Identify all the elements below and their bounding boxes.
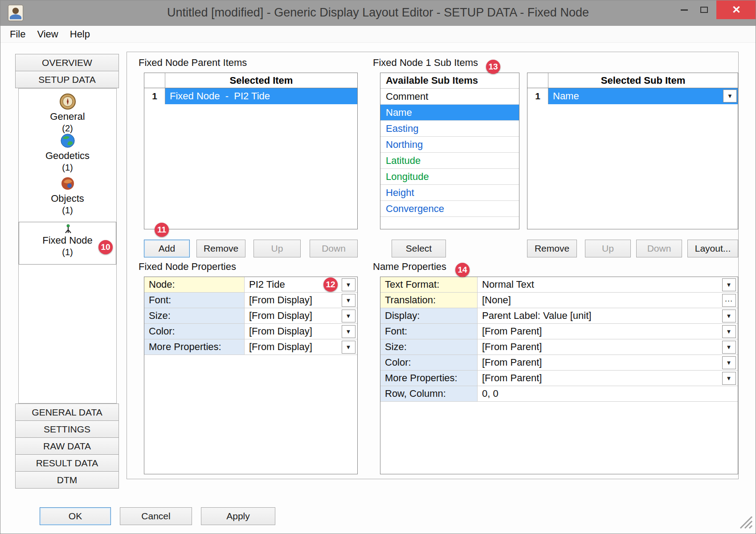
menu-file[interactable]: File <box>4 26 31 42</box>
parent-items-table: Selected Item 1 Fixed Node - PI2 Tide <box>144 73 358 229</box>
property-label: Color: <box>380 355 478 370</box>
list-item-comment[interactable]: Comment <box>380 89 519 105</box>
maximize-button[interactable] <box>694 0 714 19</box>
down-button[interactable]: Down <box>310 240 358 257</box>
table-row[interactable]: 1 Fixed Node - PI2 Tide <box>144 88 357 104</box>
property-row-font: Font: [From Display] ▼ <box>144 293 357 308</box>
size-dropdown-button[interactable]: ▼ <box>722 341 736 354</box>
property-value[interactable]: [From Display] <box>245 324 339 339</box>
row-value-text: Name <box>553 90 579 102</box>
annotation-badge-14: 14 <box>455 263 470 277</box>
selected-sub-item-table: Selected Sub Item 1 Name ▼ <box>527 73 738 229</box>
dropdown-arrow-icon: ▼ <box>346 313 351 319</box>
sidebar-item-geodetics[interactable]: Geodetics (1) <box>19 131 116 172</box>
row-value: Name ▼ <box>548 88 738 104</box>
apply-button[interactable]: Apply <box>201 507 275 525</box>
property-value[interactable]: [None] <box>478 293 720 308</box>
sidebar-item-label: General <box>19 111 116 122</box>
remove-sub-button[interactable]: Remove <box>527 240 577 257</box>
size-dropdown-button[interactable]: ▼ <box>342 310 356 322</box>
list-item-height[interactable]: Height <box>380 185 519 201</box>
display-dropdown-button[interactable]: ▼ <box>722 310 736 322</box>
sub-item-dropdown-button[interactable]: ▼ <box>723 90 737 102</box>
resize-grip[interactable] <box>738 514 753 531</box>
up-sub-button[interactable]: Up <box>585 240 631 257</box>
ok-button[interactable]: OK <box>40 507 111 525</box>
property-value[interactable]: [From Parent] <box>478 339 720 355</box>
list-item-name[interactable]: Name <box>380 105 519 121</box>
property-value[interactable]: 0, 0 <box>478 386 738 401</box>
sidebar-button-general-data[interactable]: GENERAL DATA <box>15 404 119 421</box>
setup-data-tree: General (2) Geodetics (1) <box>18 88 117 404</box>
property-label: More Properties: <box>380 371 478 386</box>
node-dropdown-button[interactable]: ▼ <box>342 278 356 291</box>
remove-button[interactable]: Remove <box>196 240 245 257</box>
property-label: Size: <box>380 339 478 355</box>
property-row-color: Color: [From Parent] ▼ <box>380 355 738 371</box>
sidebar-button-settings[interactable]: SETTINGS <box>15 420 119 438</box>
text-format-dropdown-button[interactable]: ▼ <box>722 278 736 291</box>
annotation-badge-11: 11 <box>155 223 169 237</box>
property-value[interactable]: [From Display] <box>245 339 339 355</box>
font-dropdown-button[interactable]: ▼ <box>342 294 356 307</box>
menu-help[interactable]: Help <box>64 26 96 42</box>
section-title-parent-items: Fixed Node Parent Items <box>139 57 247 69</box>
minimize-button[interactable] <box>674 0 694 19</box>
maximize-icon <box>700 7 708 13</box>
sidebar-item-fixed-node[interactable]: Fixed Node (1) 10 <box>19 222 116 265</box>
titlebar: Untitled [modified] - Generic Display La… <box>0 0 756 26</box>
row-value: Fixed Node - PI2 Tide <box>165 88 357 104</box>
property-label: More Properties: <box>144 339 245 355</box>
property-label: Display: <box>380 308 478 323</box>
color-dropdown-button[interactable]: ▼ <box>342 325 356 338</box>
section-title-name-properties: Name Properties <box>373 261 446 273</box>
select-button[interactable]: Select <box>392 240 446 257</box>
fixed-node-properties-grid: Node: PI2 Tide 12 ▼ Font: [From Display]… <box>144 277 358 474</box>
property-value[interactable]: [From Parent] <box>478 324 720 339</box>
cancel-button[interactable]: Cancel <box>120 507 192 525</box>
property-value[interactable]: Parent Label: Value [unit] <box>478 308 720 323</box>
selected-sub-item-column-header: Selected Sub Item <box>548 73 738 88</box>
property-label: Size: <box>144 308 245 323</box>
property-value[interactable]: [From Parent] <box>478 371 720 386</box>
layout-button[interactable]: Layout... <box>687 240 738 257</box>
sidebar-item-general[interactable]: General (2) <box>19 91 116 131</box>
sidebar-button-overview[interactable]: OVERVIEW <box>15 54 119 71</box>
more-properties-dropdown-button[interactable]: ▼ <box>722 372 736 385</box>
sidebar-item-label: Objects <box>19 193 116 204</box>
row-index: 1 <box>527 88 548 104</box>
dropdown-arrow-icon: ▼ <box>726 328 732 335</box>
sidebar-button-dtm[interactable]: DTM <box>15 471 119 489</box>
list-item-latitude[interactable]: Latitude <box>380 153 519 169</box>
list-item-easting[interactable]: Easting <box>380 121 519 137</box>
list-item-northing[interactable]: Northing <box>380 137 519 153</box>
property-row-text-format: Text Format: Normal Text ▼ <box>380 277 738 293</box>
sidebar-button-result-data[interactable]: RESULT DATA <box>15 454 119 472</box>
close-button[interactable]: ✕ <box>716 0 756 19</box>
translation-ellipsis-button[interactable]: ... <box>722 294 736 307</box>
available-sub-items-list: Available Sub Items Comment Name Easting… <box>380 73 519 229</box>
sidebar-button-raw-data[interactable]: RAW DATA <box>15 437 119 455</box>
property-label: Text Format: <box>380 277 478 292</box>
down-sub-button[interactable]: Down <box>636 240 682 257</box>
dropdown-arrow-icon: ▼ <box>726 359 732 366</box>
font-dropdown-button[interactable]: ▼ <box>722 325 736 338</box>
add-button[interactable]: Add <box>144 240 190 257</box>
table-row[interactable]: 1 Name ▼ <box>527 88 738 104</box>
list-item-convergence[interactable]: Convergence <box>380 201 519 217</box>
dropdown-arrow-icon: ▼ <box>727 93 733 99</box>
menu-view[interactable]: View <box>31 26 64 42</box>
more-properties-dropdown-button[interactable]: ▼ <box>342 341 356 354</box>
up-button[interactable]: Up <box>253 240 301 257</box>
property-value[interactable]: [From Display] <box>245 293 339 308</box>
sidebar-item-objects[interactable]: Objects (1) <box>19 174 116 215</box>
dropdown-arrow-icon: ▼ <box>346 328 351 335</box>
property-value[interactable]: Normal Text <box>478 277 720 292</box>
property-value[interactable]: [From Display] <box>245 308 339 323</box>
property-value[interactable]: [From Parent] <box>478 355 720 370</box>
index-column-header <box>144 73 165 88</box>
color-dropdown-button[interactable]: ▼ <box>722 356 736 369</box>
sidebar-button-setup-data[interactable]: SETUP DATA <box>15 71 119 88</box>
list-item-longitude[interactable]: Longitude <box>380 169 519 185</box>
ellipsis-icon: ... <box>725 294 733 304</box>
